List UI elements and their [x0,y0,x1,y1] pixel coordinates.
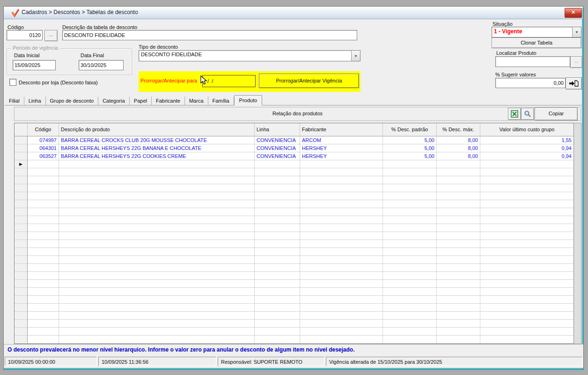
cell-desc_max [437,184,480,192]
arrow-into-document-icon [569,80,579,87]
cell-linha [255,288,300,296]
table-row[interactable]: 064301BARRA CEREAL HERSHEYS 22G BANANA E… [15,144,574,152]
desconto-loja-checkbox[interactable] [9,79,16,86]
table-row[interactable] [15,272,574,280]
table-row[interactable] [15,232,574,240]
cell-linha [255,280,300,288]
export-excel-button[interactable] [508,108,521,120]
data-final-input[interactable]: 30/10/2025 [79,60,124,70]
cell-fabricante [300,168,383,176]
cell-valor_ultimo_custo [480,168,574,176]
row-selector [15,168,28,176]
tab-fabricante[interactable]: Fabricante [152,97,185,105]
tipo-desconto-select[interactable]: DESCONTO FIDELIDADE ▼ [139,50,360,61]
tab-categoria[interactable]: Categoria [98,97,130,105]
codigo-browse-button[interactable]: ... [44,30,58,41]
cell-descricao: BARRA CEREAL CROCKS CLUB 20G MOUSSE CHOC… [59,136,255,144]
table-row[interactable] [15,304,574,312]
table-row[interactable] [15,288,574,296]
cell-valor_ultimo_custo [480,184,574,192]
situacao-select[interactable]: 1 - Vigente ▼ [492,27,581,38]
cell-linha [255,264,300,272]
descricao-input[interactable]: DESCONTO FIDELIDADE [62,30,357,40]
data-inicial-input[interactable]: 15/09/2025 [13,60,56,70]
table-row[interactable] [15,312,574,320]
cell-codigo [28,312,59,320]
table-row[interactable] [15,256,574,264]
cell-codigo [28,184,59,192]
cell-desc_max [437,224,480,232]
cell-desc_max [437,328,480,336]
codigo-input[interactable]: 0120 [7,30,43,40]
tab-filial[interactable]: Filial [5,97,24,105]
table-row[interactable] [15,296,574,304]
tab-grupo-de-desconto[interactable]: Grupo de desconto [46,97,99,105]
row-selector [15,336,28,344]
tab-marca[interactable]: Marca [185,97,208,105]
cell-codigo: 064301 [28,144,59,152]
chevron-down-icon[interactable]: ▼ [572,27,581,37]
cell-desc_padrao [383,280,437,288]
row-selector [15,264,28,272]
search-grid-button[interactable] [521,108,534,120]
cell-desc_max [437,176,480,184]
table-row[interactable] [15,184,574,192]
cell-desc_max [437,216,480,224]
table-row[interactable] [15,192,574,200]
table-row[interactable] [15,176,574,184]
table-row[interactable] [15,240,574,248]
grid-vertical-scrollbar[interactable] [573,123,581,344]
localizar-browse-button[interactable]: ... [570,56,582,68]
cell-descricao [59,312,255,320]
tab-fam-lia[interactable]: Família [208,97,234,105]
products-grid[interactable]: CódigoDescrição do produtoLinhaFabricant… [14,123,574,344]
cell-desc_padrao [383,264,437,272]
tab-papel[interactable]: Papel [130,97,152,105]
table-row[interactable] [15,200,574,208]
table-row[interactable] [15,216,574,224]
table-row[interactable] [15,264,574,272]
prorrogar-date-input[interactable]: / / [202,75,256,87]
copiar-button[interactable]: Copiar [535,107,578,120]
clonar-tabela-button[interactable]: Clonar Tabela [492,38,581,48]
table-row[interactable] [15,328,574,336]
row-selector [15,232,28,240]
cell-valor_ultimo_custo: 1,55 [480,136,574,144]
table-row[interactable] [15,208,574,216]
table-row[interactable]: ▶ [15,160,574,168]
cell-desc_max [437,232,480,240]
cell-desc_max [437,200,480,208]
status-panel: Responsável: SUPORTE REMOTO [218,357,324,366]
cell-linha [255,216,300,224]
cell-desc_max: 8,00 [437,152,480,160]
cell-codigo [28,304,59,312]
cell-fabricante: HERSHEY [300,152,383,160]
prorrogar-vigencia-button[interactable]: Prorrogar/Antecipar Vigência [259,74,359,88]
aplicar-valores-button[interactable] [566,77,582,90]
table-row[interactable]: 063527BARRA CEREAL HERSHEYS 22G COOKIES … [15,152,574,160]
table-row[interactable] [15,336,574,344]
cell-desc_padrao [383,184,437,192]
tab-produto[interactable]: Produto [234,95,263,105]
table-row[interactable] [15,248,574,256]
table-row[interactable]: 074997BARRA CEREAL CROCKS CLUB 20G MOUSS… [15,136,574,144]
grid-header-row: CódigoDescrição do produtoLinhaFabricant… [15,123,574,136]
cell-desc_padrao [383,328,437,336]
row-selector [15,184,28,192]
table-row[interactable] [15,168,574,176]
cell-desc_max: 8,00 [437,144,480,152]
localizar-produto-input[interactable] [495,56,570,67]
cell-desc_padrao [383,160,437,168]
table-row[interactable] [15,280,574,288]
cell-desc_padrao: 5,00 [383,136,437,144]
tab-linha[interactable]: Linha [24,97,46,105]
cell-valor_ultimo_custo [480,288,574,296]
sugerir-valores-input[interactable]: 0,00 [495,78,566,88]
table-row[interactable] [15,224,574,232]
status-panel: Vigência alterada de 15/10/2025 para 30/… [326,357,582,366]
table-row[interactable] [15,320,574,328]
cell-desc_padrao [383,296,437,304]
close-button[interactable]: ✕ [565,8,582,18]
cell-fabricante [300,192,383,200]
chevron-down-icon[interactable]: ▼ [351,51,360,61]
